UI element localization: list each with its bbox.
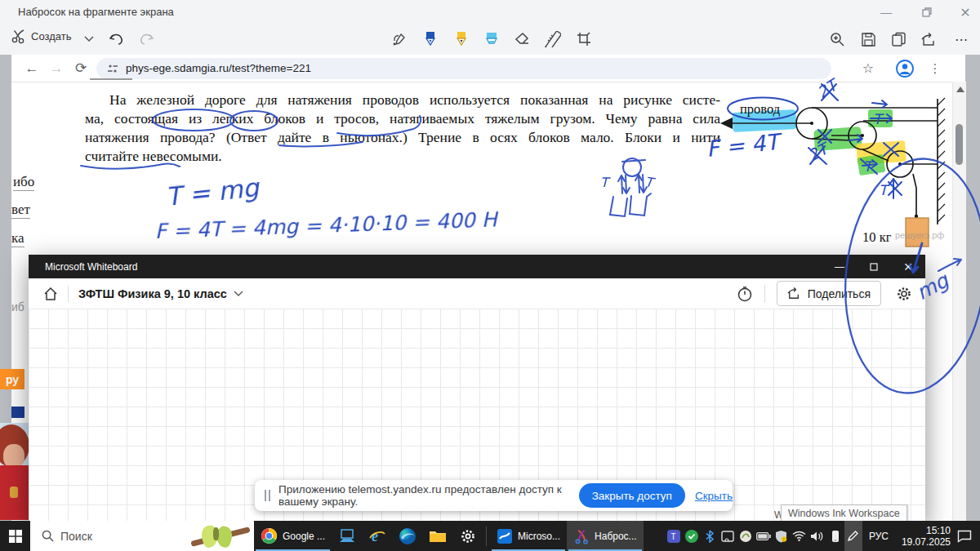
pencil-icon[interactable] bbox=[448, 26, 475, 52]
weight-label: 10 кг bbox=[862, 229, 892, 245]
ink-t: T bbox=[879, 182, 890, 198]
search-highlight-image[interactable] bbox=[184, 521, 254, 551]
new-snip-button[interactable]: Создать bbox=[10, 27, 71, 45]
wb-close-icon[interactable]: ✕ bbox=[891, 255, 925, 278]
sidebar-link-fragment[interactable]: ка bbox=[11, 230, 24, 247]
undo-icon[interactable] bbox=[103, 26, 131, 52]
eraser-icon[interactable] bbox=[509, 26, 537, 52]
whiteboard-app-icon bbox=[497, 528, 513, 544]
restore-icon[interactable] bbox=[909, 0, 945, 24]
board-chevron-icon[interactable] bbox=[234, 291, 243, 297]
snip-toolbar: Создать bbox=[0, 24, 980, 55]
taskbar-ie-icon[interactable]: e bbox=[362, 521, 392, 551]
profile-avatar-icon[interactable] bbox=[895, 59, 915, 78]
browser-menu-icon[interactable]: ⋮ bbox=[923, 61, 947, 76]
timer-icon[interactable] bbox=[737, 286, 753, 302]
minimize-icon[interactable]: — bbox=[868, 0, 904, 24]
scrollbar-thumb[interactable] bbox=[956, 124, 963, 165]
tray-app-icon[interactable] bbox=[737, 521, 755, 551]
more-options-icon[interactable]: ⋯ bbox=[947, 26, 975, 52]
taskbar: Поиск Google ... e bbox=[0, 521, 980, 551]
back-icon[interactable]: ← bbox=[20, 60, 44, 77]
taskbar-clock[interactable]: 15:10 19.07.2025 bbox=[902, 525, 951, 548]
redo-icon[interactable] bbox=[132, 26, 160, 52]
settings-gear-icon[interactable] bbox=[896, 286, 912, 302]
crop-icon[interactable] bbox=[570, 26, 598, 52]
clock-date: 19.07.2025 bbox=[902, 536, 951, 548]
close-icon[interactable]: ✕ bbox=[947, 0, 980, 24]
share-icon[interactable] bbox=[915, 26, 942, 52]
desktop: Набросок на фрагменте экрана — ✕ Создать bbox=[0, 0, 980, 551]
sidebar-link-fragment[interactable]: вет bbox=[11, 202, 30, 219]
ink-f4t: F = 4T bbox=[705, 128, 784, 162]
url-text: phys-ege.sdamgia.ru/test?theme=221 bbox=[126, 62, 311, 74]
site-logo-badge[interactable]: ру bbox=[0, 369, 24, 389]
svg-text:e: e bbox=[372, 528, 378, 544]
tray-ink-workspace-icon[interactable] bbox=[844, 521, 862, 551]
bookmark-star-icon[interactable]: ☆ bbox=[856, 60, 880, 76]
tray-security-icon[interactable]: ! bbox=[773, 521, 791, 551]
tray-antivirus-icon[interactable] bbox=[683, 521, 701, 551]
tray-battery-icon[interactable] bbox=[755, 521, 773, 551]
problem-line: На железной дороге для натяжения проводо… bbox=[85, 91, 720, 109]
ballpoint-pen-icon[interactable] bbox=[416, 26, 444, 52]
taskbar-edge-icon[interactable] bbox=[392, 521, 422, 551]
language-indicator[interactable]: РУС bbox=[869, 531, 889, 542]
snip-app-icon bbox=[573, 528, 590, 544]
problem-line: натяжения провода? (Ответ дайте в ньютон… bbox=[85, 128, 720, 147]
taskbar-task-chrome[interactable]: Google ... bbox=[254, 521, 332, 551]
action-center-icon[interactable] bbox=[956, 521, 973, 551]
svg-text:!: ! bbox=[783, 536, 784, 541]
svg-text:T: T bbox=[670, 532, 675, 541]
scroll-up-arrow-icon[interactable] bbox=[956, 87, 964, 92]
page-top-fragment bbox=[90, 78, 132, 80]
search-icon bbox=[42, 530, 54, 542]
stop-sharing-button[interactable]: Закрыть доступ bbox=[579, 483, 685, 508]
new-snip-chevron-icon[interactable] bbox=[75, 26, 103, 52]
tray-cast-icon[interactable] bbox=[719, 521, 737, 551]
tray-volume-icon[interactable] bbox=[808, 521, 826, 551]
tray-bluetooth-icon[interactable] bbox=[701, 521, 719, 551]
hide-link[interactable]: Скрыть bbox=[695, 490, 733, 502]
ruler-icon[interactable] bbox=[539, 26, 567, 52]
drag-handle-icon[interactable] bbox=[265, 490, 270, 501]
scissors-icon bbox=[10, 27, 28, 45]
taskbar-settings-icon[interactable] bbox=[452, 521, 483, 551]
start-button[interactable] bbox=[0, 521, 30, 551]
wb-minimize-icon[interactable]: — bbox=[822, 255, 857, 278]
taskbar-search-box[interactable]: Поиск bbox=[30, 521, 254, 551]
screen-share-notification: Приложению telemost.yandex.ru предоставл… bbox=[255, 480, 733, 511]
snip-window-title: Набросок на фрагменте экрана bbox=[18, 6, 174, 18]
ad-photo[interactable] bbox=[0, 423, 29, 520]
taskbar-task-snip[interactable]: Наброс... bbox=[567, 521, 644, 551]
home-icon[interactable] bbox=[43, 287, 58, 301]
address-bar[interactable]: phys-ege.sdamgia.ru/test?theme=221 bbox=[96, 58, 831, 79]
wb-maximize-icon[interactable] bbox=[857, 255, 891, 278]
highlighter-icon[interactable] bbox=[478, 26, 506, 52]
reload-icon[interactable]: ⟳ bbox=[69, 60, 93, 77]
task-label: Google ... bbox=[283, 531, 325, 542]
copy-icon[interactable] bbox=[884, 26, 912, 52]
problem-line: ма, состоящая из легких блоков и тросов,… bbox=[85, 109, 720, 128]
task-label: Microso... bbox=[518, 531, 560, 542]
forward-icon[interactable]: → bbox=[44, 60, 69, 77]
sidebar-text-fragment: иб bbox=[11, 300, 24, 313]
ink-2t: 2T bbox=[813, 78, 842, 101]
tray-usb-device-icon[interactable] bbox=[826, 521, 844, 551]
zoom-icon[interactable] bbox=[823, 26, 851, 52]
tray-teams-icon[interactable]: T bbox=[665, 521, 683, 551]
problem-text: На железной дороге для натяжения проводо… bbox=[85, 91, 720, 166]
share-label: Поделиться bbox=[808, 287, 871, 300]
taskbar-task-whiteboard[interactable]: Microso... bbox=[490, 521, 567, 551]
site-info-icon[interactable] bbox=[106, 62, 119, 75]
share-button[interactable]: Поделиться bbox=[777, 281, 881, 306]
taskbar-explorer-icon[interactable] bbox=[422, 521, 452, 551]
taskbar-pc-icon[interactable] bbox=[332, 521, 362, 551]
touch-writing-icon[interactable] bbox=[385, 26, 413, 52]
tray-wifi-icon[interactable] bbox=[791, 521, 808, 551]
whiteboard-titlebar: Microsoft Whiteboard — ✕ bbox=[29, 255, 925, 278]
board-name[interactable]: ЗФТШ Физика 9, 10 класс bbox=[78, 287, 227, 300]
sidebar-link-fragment[interactable]: ибо bbox=[13, 174, 34, 191]
task-label: Наброс... bbox=[595, 531, 637, 542]
save-icon[interactable] bbox=[854, 26, 882, 52]
